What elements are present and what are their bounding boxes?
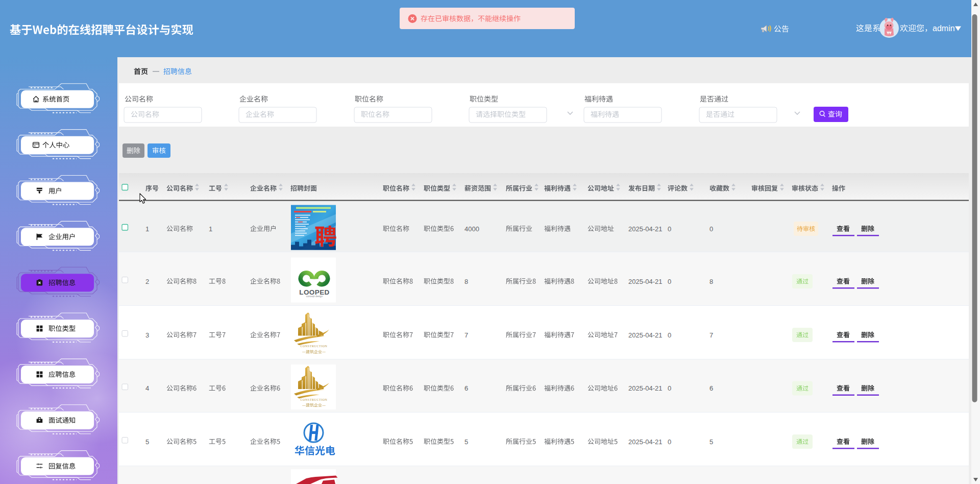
svg-text:0: 0 (709, 225, 713, 233)
svg-text:6: 6 (464, 384, 468, 392)
svg-text:4000: 4000 (464, 225, 479, 233)
svg-text:0: 0 (668, 278, 671, 285)
svg-text:0: 0 (668, 331, 671, 339)
svg-text:2025-04-21: 2025-04-21 (628, 225, 663, 233)
svg-text:7: 7 (709, 331, 713, 339)
svg-text:5: 5 (709, 438, 713, 446)
svg-text:5: 5 (145, 438, 149, 446)
svg-text:0: 0 (668, 225, 671, 233)
svg-text:7: 7 (464, 331, 468, 339)
svg-text:5: 5 (464, 438, 468, 446)
svg-text:6: 6 (709, 384, 713, 392)
svg-text:CONSTRUCTION: CONSTRUCTION (301, 345, 328, 348)
svg-text:3: 3 (145, 331, 149, 339)
svg-text:concept design: concept design (306, 295, 323, 298)
svg-text:0: 0 (668, 438, 671, 446)
svg-text:2025-04-21: 2025-04-21 (628, 384, 663, 392)
svg-text:4: 4 (145, 384, 149, 392)
svg-text:1: 1 (209, 225, 212, 233)
svg-text:2025-04-21: 2025-04-21 (628, 331, 663, 339)
svg-text:8: 8 (709, 278, 713, 285)
svg-text:CONSTRUCTION: CONSTRUCTION (301, 398, 328, 401)
svg-text:admin: admin (933, 24, 955, 33)
svg-text:2025-04-21: 2025-04-21 (628, 438, 663, 446)
svg-text:8: 8 (464, 278, 468, 285)
svg-text:0: 0 (668, 384, 671, 392)
svg-text:2025-04-21: 2025-04-21 (628, 278, 663, 285)
svg-text:2: 2 (145, 278, 149, 285)
svg-text:1: 1 (145, 225, 149, 233)
